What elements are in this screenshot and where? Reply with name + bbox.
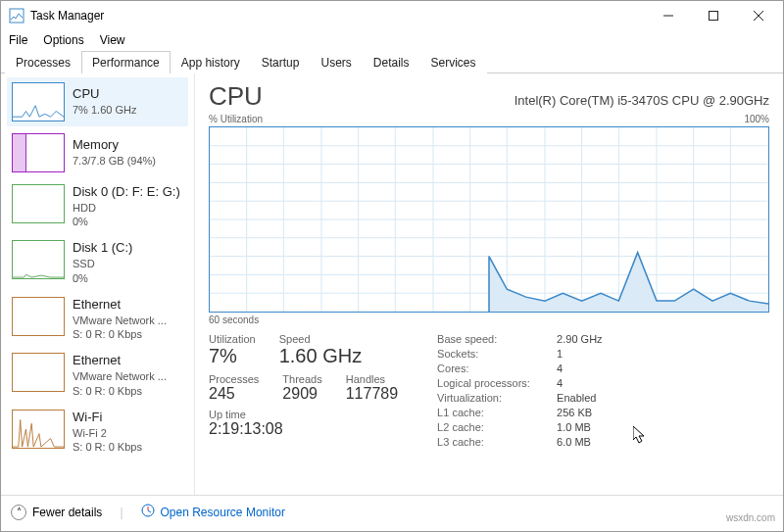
stat-uptime: 2:19:13:08 <box>209 420 398 438</box>
kv-cores: 4 <box>557 363 563 374</box>
sidebar-item-wifi[interactable]: Wi-FiWi-Fi 2S: 0 R: 0 Kbps <box>7 405 188 459</box>
resource-monitor-icon <box>141 504 155 520</box>
stat-speed: 1.60 GHz <box>279 345 362 367</box>
sidebar-item-disk-1[interactable]: Disk 1 (C:)SSD0% <box>7 235 188 289</box>
maximize-button[interactable] <box>691 1 736 30</box>
kv-base-speed: 2.90 GHz <box>557 333 602 345</box>
kv-virtualization: Enabled <box>557 392 596 404</box>
performance-sidebar: CPU7% 1.60 GHz Memory7.3/7.8 GB (94%) Di… <box>1 73 195 495</box>
sidebar-item-label: Ethernet <box>73 353 167 369</box>
sidebar-item-label: CPU <box>73 86 136 103</box>
kv-logical: 4 <box>557 377 563 389</box>
close-button[interactable] <box>736 1 781 30</box>
watermark: wsxdn.com <box>726 512 775 523</box>
stat-handles: 117789 <box>346 385 398 403</box>
sidebar-item-label: Memory <box>73 137 156 154</box>
stat-processes: 245 <box>209 385 259 403</box>
cpu-utilization-chart <box>209 126 769 313</box>
window-title: Task Manager <box>30 9 104 23</box>
svg-rect-5 <box>13 134 25 171</box>
page-title: CPU <box>209 81 263 112</box>
svg-line-33 <box>148 510 151 512</box>
cursor-icon <box>633 426 647 444</box>
svg-rect-2 <box>710 12 718 21</box>
cpu-model: Intel(R) Core(TM) i5-3470S CPU @ 2.90GHz <box>514 93 769 108</box>
tab-startup[interactable]: Startup <box>251 51 311 73</box>
kv-l3: 6.0 MB <box>557 436 591 448</box>
svg-marker-34 <box>633 426 644 443</box>
tab-performance[interactable]: Performance <box>81 51 171 73</box>
tab-details[interactable]: Details <box>363 51 420 73</box>
svg-rect-0 <box>10 9 24 23</box>
minimize-button[interactable] <box>646 1 691 30</box>
chart-y-label: % Utilization <box>209 114 263 124</box>
sidebar-item-label: Disk 1 (C:) <box>73 240 132 257</box>
chart-x-label: 60 seconds <box>209 314 769 325</box>
sidebar-item-label: Ethernet <box>73 297 167 314</box>
menu-options[interactable]: Options <box>43 33 83 47</box>
kv-sockets: 1 <box>557 348 563 360</box>
tab-processes[interactable]: Processes <box>5 51 81 73</box>
sidebar-item-cpu[interactable]: CPU7% 1.60 GHz <box>7 77 188 126</box>
sidebar-item-label: Disk 0 (D: F: E: G:) <box>73 184 180 201</box>
chevron-up-icon: ˄ <box>11 505 26 520</box>
tab-services[interactable]: Services <box>420 51 487 73</box>
tab-users[interactable]: Users <box>310 51 362 73</box>
sidebar-item-ethernet-2[interactable]: EthernetVMware Network ...S: 0 R: 0 Kbps <box>7 348 188 402</box>
chart-y-max: 100% <box>744 114 769 124</box>
svg-marker-30 <box>489 253 768 312</box>
kv-l1: 256 KB <box>557 407 592 418</box>
menu-file[interactable]: File <box>9 33 27 47</box>
open-resource-monitor-link[interactable]: Open Resource Monitor <box>141 504 285 520</box>
sidebar-item-memory[interactable]: Memory7.3/7.8 GB (94%) <box>7 128 188 177</box>
stat-utilization: 7% <box>209 345 256 367</box>
sidebar-item-ethernet-1[interactable]: EthernetVMware Network ...S: 0 R: 0 Kbps <box>7 292 188 346</box>
tab-app-history[interactable]: App history <box>171 51 251 73</box>
fewer-details-button[interactable]: ˄Fewer details <box>11 505 102 520</box>
stat-threads: 2909 <box>282 385 321 403</box>
sidebar-item-disk-0[interactable]: Disk 0 (D: F: E: G:)HDD0% <box>7 179 188 233</box>
sidebar-item-label: Wi-Fi <box>73 410 142 426</box>
kv-l2: 1.0 MB <box>557 421 591 433</box>
menu-view[interactable]: View <box>100 33 125 47</box>
app-icon <box>9 8 24 24</box>
